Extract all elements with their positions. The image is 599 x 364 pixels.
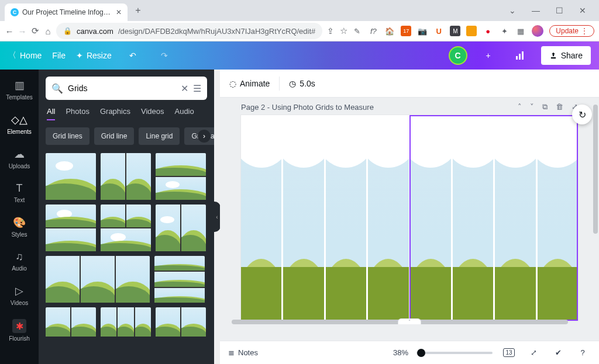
zoom-label: 38%: [393, 348, 408, 357]
update-button[interactable]: Update⋮: [549, 25, 594, 37]
browser-tab[interactable]: C Our Project Timeline Infographic ✕: [5, 4, 128, 21]
redo-icon[interactable]: ↷: [154, 45, 175, 66]
rail-videos[interactable]: ▷Videos: [2, 280, 36, 311]
flourish-icon: ✱: [12, 319, 26, 333]
tab-photos[interactable]: Photos: [66, 107, 89, 120]
rail-uploads[interactable]: ☁Uploads: [2, 143, 36, 174]
rail-flourish[interactable]: ✱Flourish: [2, 314, 36, 346]
chip[interactable]: Grid line: [94, 127, 135, 145]
home-icon[interactable]: ⌂: [43, 23, 53, 39]
canvas-area: ◌Animate ◷5.0s Page 2 - Using Photo Grid…: [220, 70, 599, 364]
rail-templates[interactable]: ▥Templates: [2, 74, 36, 105]
grid-thumb[interactable]: [46, 256, 150, 303]
page-down-icon[interactable]: ˅: [530, 102, 534, 112]
grid-thumb[interactable]: [101, 153, 151, 200]
share-button[interactable]: Share: [541, 46, 591, 65]
new-tab-button[interactable]: +: [130, 5, 146, 16]
page-up-icon[interactable]: ˄: [518, 102, 522, 112]
ext-wand-icon[interactable]: ✎: [352, 26, 362, 36]
rail-elements[interactable]: ◇△Elements: [2, 109, 36, 140]
duration-button[interactable]: ◷5.0s: [289, 79, 315, 88]
close-window-icon[interactable]: ✕: [576, 6, 590, 15]
close-tab-icon[interactable]: ✕: [116, 8, 122, 16]
minimize-icon[interactable]: ―: [529, 6, 543, 15]
grid-thumb[interactable]: [101, 307, 151, 337]
canva-favicon: C: [11, 8, 19, 16]
canvas-scroll[interactable]: Page 2 - Using Photo Grids to Measure ˄ …: [220, 98, 599, 341]
undo-icon[interactable]: ↶: [122, 45, 143, 66]
tab-all[interactable]: All: [47, 107, 55, 120]
filter-icon[interactable]: ☰: [193, 83, 201, 94]
lock-icon: 🔒: [63, 27, 72, 35]
help-icon[interactable]: ?: [574, 345, 591, 361]
regenerate-button[interactable]: ↻: [572, 105, 592, 124]
ext-grid-icon[interactable]: ▦: [515, 26, 526, 36]
elements-icon: ◇△: [11, 113, 27, 126]
url-box[interactable]: 🔒 canva.com/design/DAFDB2dkqMw/hRujAU3xN…: [56, 23, 322, 39]
ext-f-icon[interactable]: f?: [368, 26, 378, 36]
grid-thumb[interactable]: [101, 204, 151, 251]
animate-button[interactable]: ◌Animate: [229, 79, 270, 88]
check-icon[interactable]: ✔: [550, 345, 566, 361]
back-icon[interactable]: ←: [5, 23, 14, 39]
ext-orange-icon[interactable]: [466, 26, 477, 36]
duplicate-page-icon[interactable]: ⧉: [542, 102, 548, 112]
ext-camera-icon[interactable]: 📷: [417, 26, 428, 36]
ext-pinterest-icon[interactable]: ●: [483, 26, 493, 36]
tab-graphics[interactable]: Graphics: [100, 107, 130, 120]
zoom-slider-handle[interactable]: [417, 349, 425, 357]
tab-title: Our Project Timeline Infographic: [22, 8, 112, 16]
ext-house-icon[interactable]: 🏠: [384, 26, 395, 36]
resize-menu[interactable]: ✦Resize: [76, 51, 112, 60]
maximize-icon[interactable]: ☐: [552, 6, 566, 15]
page-canvas[interactable]: [241, 115, 578, 321]
tab-videos[interactable]: Videos: [141, 107, 164, 120]
ext-m-icon[interactable]: M: [450, 26, 460, 36]
ext-u-icon[interactable]: U: [433, 26, 444, 36]
browser-chrome: C Our Project Timeline Infographic ✕ + ⌄…: [0, 0, 599, 41]
page-manager-button[interactable]: 13: [501, 345, 517, 361]
file-menu[interactable]: File: [52, 51, 66, 60]
back-home-button[interactable]: 〈Home: [8, 50, 42, 61]
chip-scroll-right-icon[interactable]: ›: [198, 130, 211, 143]
expand-pages-icon[interactable]: ˄: [398, 318, 421, 324]
fullscreen-icon[interactable]: ⤢: [525, 345, 542, 361]
grid-thumb[interactable]: [156, 307, 206, 337]
videos-icon: ▷: [15, 285, 23, 297]
delete-page-icon[interactable]: 🗑: [556, 102, 563, 112]
grid-thumb[interactable]: [156, 204, 206, 251]
svg-rect-1: [519, 54, 521, 60]
tab-bar: C Our Project Timeline Infographic ✕ + ⌄…: [0, 0, 599, 21]
canvas-toolbar: ◌Animate ◷5.0s: [220, 70, 599, 98]
star-icon[interactable]: ☆: [339, 23, 348, 39]
add-member-icon[interactable]: +: [478, 45, 499, 66]
chip[interactable]: Grid lines: [46, 127, 89, 145]
grid-thumb[interactable]: [46, 153, 96, 200]
grid-thumb[interactable]: [46, 307, 96, 337]
grid-thumb[interactable]: [154, 256, 205, 303]
extension-icons: ✎ f? 🏠 17 📷 U M ● ✦ ▦ Update⋮: [352, 25, 594, 37]
ext-puzzle-icon[interactable]: ✦: [499, 26, 510, 36]
ext-cal-icon[interactable]: 17: [401, 26, 411, 36]
grid-thumb[interactable]: [46, 204, 96, 251]
clock-icon: ◷: [289, 79, 296, 88]
user-avatar[interactable]: C: [449, 46, 467, 65]
share-url-icon[interactable]: ⇪: [326, 23, 335, 39]
grid-thumb[interactable]: [156, 153, 206, 200]
rail-text[interactable]: TText: [2, 178, 36, 208]
zoom-slider[interactable]: [416, 352, 493, 354]
rail-audio[interactable]: ♫Audio: [2, 246, 36, 276]
search-input[interactable]: [68, 84, 176, 93]
reload-icon[interactable]: ⟳: [30, 23, 40, 39]
search-box[interactable]: 🔍 ✕ ☰: [46, 77, 207, 100]
chevron-down-icon[interactable]: ⌄: [505, 6, 519, 15]
clear-search-icon[interactable]: ✕: [181, 83, 188, 94]
rail-styles[interactable]: 🎨Styles: [2, 212, 36, 242]
forward-icon[interactable]: →: [18, 23, 27, 39]
scrollbar-vertical[interactable]: [593, 102, 598, 317]
tab-audio[interactable]: Audio: [174, 107, 194, 120]
insights-icon[interactable]: [510, 45, 531, 66]
chip[interactable]: Line grid: [139, 127, 180, 145]
profile-avatar-icon[interactable]: [532, 25, 543, 37]
notes-button[interactable]: ≣Notes: [228, 348, 258, 357]
